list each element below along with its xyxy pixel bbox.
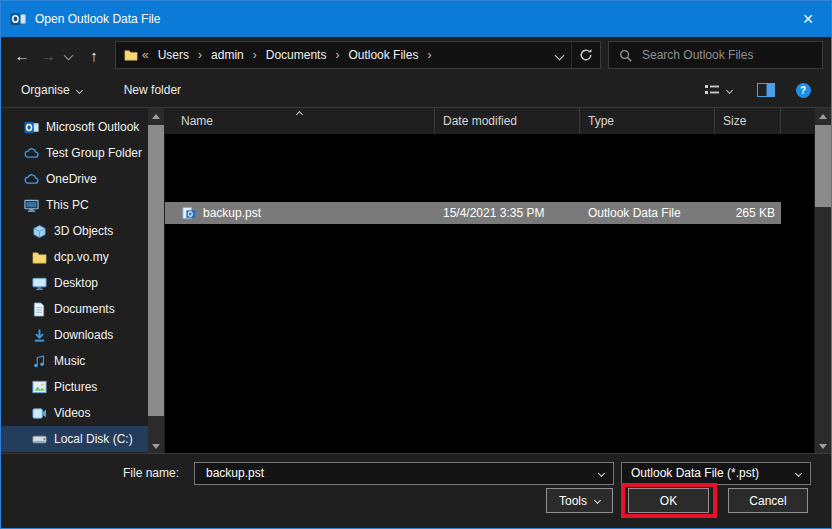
file-name-label: File name: (1, 466, 194, 480)
address-dropdown-chevron-icon[interactable] (547, 42, 571, 68)
refresh-icon[interactable] (571, 42, 600, 68)
ok-button[interactable]: OK (628, 488, 709, 513)
breadcrumb-separator-icon[interactable]: › (196, 48, 204, 62)
navigation-bar: ← → ↑ «Users›admin›Documents›Outlook Fil… (1, 37, 831, 73)
list-empty-space (165, 134, 814, 202)
command-toolbar: Organise New folder ? (1, 73, 831, 107)
sidebar-item-desktop[interactable]: Desktop (1, 270, 148, 296)
column-header-label: Name (181, 114, 213, 128)
cancel-label: Cancel (749, 494, 786, 508)
sidebar-item-label: Desktop (54, 276, 98, 290)
search-input[interactable] (640, 47, 814, 63)
new-folder-button[interactable]: New folder (120, 79, 185, 101)
sidebar-scrollbar-thumb[interactable] (148, 125, 164, 416)
breadcrumb-segment-users[interactable]: Users (152, 48, 195, 62)
file-date-cell: 15/4/2021 3:35 PM (435, 206, 580, 220)
cloud-icon (23, 171, 39, 187)
file-list-scrollbar-thumb[interactable] (815, 125, 831, 207)
open-outlook-data-file-dialog: Open Outlook Data File × ← → ↑ «Users›ad… (0, 0, 832, 529)
breadcrumb: «Users›admin›Documents›Outlook Files› (116, 42, 547, 68)
scroll-up-icon[interactable] (148, 108, 164, 125)
sidebar-item-3d-objects[interactable]: 3D Objects (1, 218, 148, 244)
file-name-text: backup.pst (203, 206, 261, 220)
sidebar-item-documents[interactable]: Documents (1, 296, 148, 322)
help-icon[interactable]: ? (795, 82, 811, 98)
column-header-name[interactable]: Name (165, 108, 435, 134)
sidebar-item-microsoft-outlook[interactable]: Microsoft Outlook (1, 114, 148, 140)
music-icon (31, 353, 47, 369)
sidebar-item-downloads[interactable]: Downloads (1, 322, 148, 348)
sidebar-item-label: dcp.vo.my (54, 250, 109, 264)
sidebar-item-label: Local Disk (C:) (54, 432, 133, 446)
breadcrumb-overflow-icon[interactable]: « (140, 48, 151, 62)
address-bar: «Users›admin›Documents›Outlook Files› (115, 41, 601, 69)
sidebar-item-pictures[interactable]: Pictures (1, 374, 148, 400)
pst-file-icon (181, 205, 197, 221)
sidebar-item-label: Pictures (54, 380, 97, 394)
breadcrumb-segment-documents[interactable]: Documents (260, 48, 333, 62)
file-name-combobox[interactable] (194, 462, 614, 485)
views-button[interactable] (700, 79, 736, 101)
back-icon[interactable]: ← (9, 41, 35, 69)
sidebar-item-label: Music (54, 354, 85, 368)
sidebar-item-label: Test Group Folder (46, 146, 142, 160)
chevron-down-icon (795, 469, 802, 476)
sidebar-item-test-group-folder[interactable]: Test Group Folder (1, 140, 148, 166)
file-name-row: File name: Outlook Data File (*.pst) (1, 461, 831, 485)
sort-ascending-icon (295, 111, 302, 118)
sidebar-item-onedrive[interactable]: OneDrive (1, 166, 148, 192)
chevron-down-icon (726, 86, 733, 93)
search-box[interactable] (608, 41, 823, 69)
sidebar-item-local-disk-c[interactable]: Local Disk (C:) (1, 426, 148, 452)
organise-button[interactable]: Organise (17, 79, 86, 101)
sidebar-item-label: Documents (54, 302, 115, 316)
tools-label: Tools (559, 494, 587, 508)
up-icon[interactable]: ↑ (81, 41, 107, 69)
video-icon (31, 405, 47, 421)
search-icon (617, 47, 633, 63)
preview-pane-icon[interactable] (756, 82, 775, 98)
file-name-cell: backup.pst (165, 205, 435, 221)
views-icon (704, 83, 720, 97)
column-header-type[interactable]: Type (580, 108, 715, 134)
file-row-backup-pst[interactable]: backup.pst15/4/2021 3:35 PMOutlook Data … (165, 202, 781, 224)
sidebar-item-label: Downloads (54, 328, 113, 342)
file-list-scrollbar[interactable] (815, 108, 831, 455)
chevron-down-icon (76, 86, 83, 93)
new-folder-label: New folder (124, 83, 181, 97)
sidebar-item-videos[interactable]: Videos (1, 400, 148, 426)
close-icon[interactable]: × (785, 1, 831, 37)
sidebar-item-label: Videos (54, 406, 90, 420)
tools-button[interactable]: Tools (546, 488, 613, 513)
file-list-area[interactable]: NameDate modifiedTypeSize backup.pst15/4… (165, 108, 814, 455)
breadcrumb-separator-icon[interactable]: › (425, 48, 433, 62)
file-name-input[interactable] (204, 465, 568, 481)
breadcrumb-segment-admin[interactable]: admin (205, 48, 250, 62)
sidebar-item-this-pc[interactable]: This PC (1, 192, 148, 218)
folder-icon (31, 249, 47, 265)
column-header-filler (781, 108, 814, 134)
recent-locations-chevron-icon[interactable] (61, 41, 75, 69)
sidebar: Microsoft OutlookTest Group FolderOneDri… (1, 108, 148, 455)
file-size-cell: 265 KB (715, 206, 781, 220)
column-header-size[interactable]: Size (715, 108, 781, 134)
download-icon (31, 327, 47, 343)
list-header: NameDate modifiedTypeSize (165, 108, 814, 134)
sidebar-item-music[interactable]: Music (1, 348, 148, 374)
pc-icon (23, 197, 39, 213)
sidebar-item-label: This PC (46, 198, 89, 212)
cancel-button[interactable]: Cancel (728, 488, 808, 513)
sidebar-scrollbar[interactable] (148, 108, 164, 455)
cloud-icon (23, 145, 39, 161)
file-type-cell: Outlook Data File (580, 206, 715, 220)
scroll-up-icon[interactable] (815, 108, 831, 125)
forward-icon[interactable]: → (35, 41, 61, 69)
breadcrumb-separator-icon[interactable]: › (251, 48, 259, 62)
ok-label: OK (660, 494, 677, 508)
breadcrumb-segment-outlook-files[interactable]: Outlook Files (342, 48, 424, 62)
column-header-date-modified[interactable]: Date modified (435, 108, 580, 134)
desktop-icon (31, 275, 47, 291)
file-type-combobox[interactable]: Outlook Data File (*.pst) (621, 462, 811, 485)
breadcrumb-separator-icon[interactable]: › (333, 48, 341, 62)
sidebar-item-dcp-vo-my[interactable]: dcp.vo.my (1, 244, 148, 270)
